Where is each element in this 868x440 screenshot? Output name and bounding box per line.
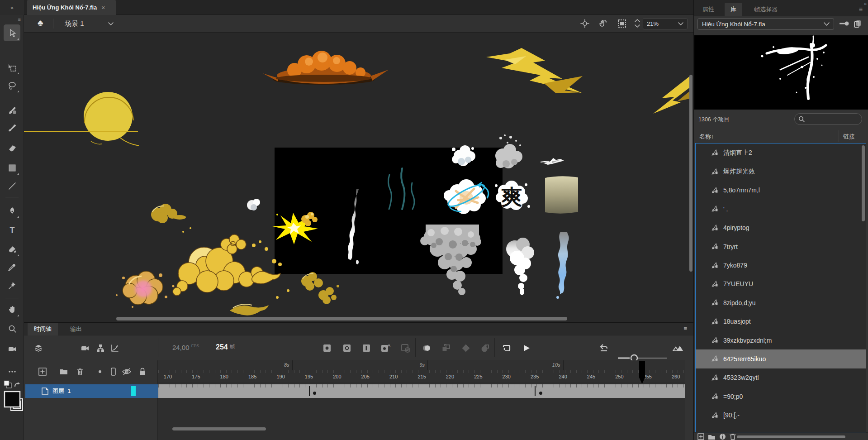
library-item[interactable]: 5,8o7mn7m,l	[696, 181, 866, 200]
item-properties-button[interactable]	[719, 433, 726, 440]
tab-timeline[interactable]: 时间轴	[28, 323, 58, 335]
collapse-panel-icon[interactable]: «	[0, 0, 24, 15]
keyframe-dot[interactable]	[539, 392, 542, 395]
insert-frame-button[interactable]	[360, 342, 373, 354]
yellow-smoke-cloud-sprite[interactable]	[173, 227, 289, 299]
zoom-level-select[interactable]: 21%	[643, 18, 688, 29]
insert-blank-keyframe-button[interactable]	[341, 342, 353, 354]
tab-frame-picker[interactable]: 帧选择器	[748, 3, 783, 16]
classic-brush-tool[interactable]	[4, 119, 20, 136]
clip-content-icon[interactable]	[617, 19, 626, 28]
tab-output[interactable]: 输出	[64, 323, 88, 335]
library-list-scrollbar[interactable]	[862, 145, 865, 221]
playhead-handle[interactable]	[639, 361, 645, 384]
insert-keyframe-button[interactable]	[321, 342, 333, 354]
paint-bucket-tool[interactable]	[4, 241, 20, 258]
canvas-horizontal-scrollbar[interactable]	[116, 317, 567, 320]
lock-layers-toggle[interactable]	[137, 366, 148, 378]
camera-tool[interactable]	[4, 340, 20, 357]
pin-library-icon[interactable]	[840, 20, 849, 27]
yellow-wisp-sprite[interactable]	[230, 304, 269, 316]
library-item[interactable]: 清烟直上2	[696, 143, 866, 162]
edit-multiple-frames-button[interactable]	[460, 342, 472, 354]
lightning-edge-sprite[interactable]	[653, 77, 689, 114]
library-item[interactable]: 45323w2qytl	[696, 368, 866, 387]
scene-name[interactable]: 场景 1	[65, 19, 84, 28]
keyframe-dot[interactable]	[313, 392, 316, 395]
column-divider[interactable]	[839, 130, 839, 142]
pin-tool[interactable]	[4, 277, 20, 294]
timeline-menu-icon[interactable]: ≡	[683, 325, 687, 332]
rectangle-tool[interactable]	[4, 159, 20, 176]
explosion-cloud-sprite[interactable]	[263, 51, 389, 85]
blue-wisp-sprite[interactable]	[556, 232, 569, 299]
olive-cluster-sprite[interactable]	[301, 272, 339, 304]
lightning-burst-sprite[interactable]	[486, 48, 583, 93]
center-stage-icon[interactable]	[580, 19, 589, 28]
remove-frames-button[interactable]	[399, 342, 412, 354]
library-item[interactable]: 7YUEUYU	[696, 275, 866, 293]
highlight-layers-toggle[interactable]	[94, 366, 106, 378]
paste-frames-button[interactable]	[440, 342, 453, 354]
free-transform-tool[interactable]	[4, 59, 20, 76]
eyedropper-tool[interactable]	[4, 259, 20, 276]
library-item[interactable]: =90;p0	[696, 387, 866, 406]
close-icon[interactable]: ×	[101, 4, 105, 11]
play-button[interactable]	[520, 342, 532, 354]
frame-area[interactable]: 8s9s10s 17017518018519019520020521021522…	[158, 360, 685, 440]
library-item[interactable]: 爆炸超光效	[696, 162, 866, 181]
gray-puff-cluster-sprite[interactable]	[495, 134, 522, 168]
layer-row[interactable]: 图层_1	[25, 384, 158, 398]
text-tool[interactable]: T	[4, 222, 20, 239]
tween-end-marker[interactable]	[535, 386, 536, 396]
loop-playback-button[interactable]	[500, 342, 513, 354]
hand-tool[interactable]	[4, 301, 20, 318]
stage-canvas[interactable]: 爽	[24, 33, 693, 322]
library-document-select[interactable]: Hiệu Ứng Khói Nổ-7.fla	[697, 18, 834, 30]
frame-graph-button[interactable]	[109, 342, 121, 354]
library-item[interactable]: 39xzkbvpzxdnl;m	[696, 331, 866, 349]
sketch-circle-sprite[interactable]	[24, 92, 139, 146]
symbol-clubs-icon[interactable]: ♣	[38, 18, 43, 28]
pink-core-puff-sprite[interactable]	[116, 271, 175, 308]
show-hide-layers-toggle[interactable]	[121, 366, 133, 378]
library-search[interactable]	[794, 113, 862, 125]
search-input[interactable]	[807, 116, 857, 122]
delete-layer-button[interactable]	[74, 366, 86, 378]
layer-depth-button[interactable]	[32, 342, 45, 354]
small-white-puff-sprite[interactable]	[247, 199, 260, 210]
zoom-tool[interactable]	[4, 320, 20, 337]
new-layer-button[interactable]	[37, 366, 48, 378]
airplane-sprite[interactable]	[541, 158, 564, 165]
new-symbol-button[interactable]	[697, 433, 704, 440]
fps-control[interactable]: 24,00 FPS	[172, 344, 199, 351]
resize-timeline-view-button[interactable]	[672, 342, 684, 354]
library-item[interactable]: 7tryrt	[696, 237, 866, 256]
pen-tool[interactable]	[4, 202, 20, 219]
panel-overflow-icon[interactable]: »	[864, 1, 867, 6]
add-camera-button[interactable]	[79, 342, 91, 354]
gradient-smoke-sheet-sprite[interactable]	[545, 176, 578, 214]
zoom-stepper[interactable]	[634, 18, 641, 29]
frame-ruler[interactable]: 1701751801851901952002052102152202252302…	[158, 370, 685, 382]
auto-keyframe-button[interactable]: A	[379, 342, 392, 354]
swap-colors-widget[interactable]	[3, 379, 21, 392]
new-folder-button[interactable]	[58, 366, 70, 378]
frame-span[interactable]	[158, 384, 685, 398]
lasso-tool[interactable]	[4, 77, 20, 94]
timeline-horizontal-scrollbar[interactable]	[172, 427, 266, 430]
library-item[interactable]: 18uasjopt	[696, 312, 866, 331]
outline-layers-toggle[interactable]	[107, 366, 119, 378]
white-smoke-puff-sprite[interactable]	[506, 238, 534, 295]
column-name[interactable]: 名称↑	[699, 133, 714, 141]
new-folder-button[interactable]	[708, 433, 716, 440]
stroke-fill-swatches[interactable]	[4, 391, 24, 418]
tween-end-marker[interactable]	[309, 386, 310, 396]
library-item[interactable]: 7yko879	[696, 256, 866, 274]
delete-item-button[interactable]	[730, 433, 736, 440]
more-tools-button[interactable]	[4, 363, 20, 380]
selection-tool[interactable]	[4, 24, 20, 41]
tab-properties[interactable]: 属性	[697, 3, 720, 16]
undo-button[interactable]	[598, 342, 610, 354]
library-item-preview[interactable]	[694, 35, 868, 110]
